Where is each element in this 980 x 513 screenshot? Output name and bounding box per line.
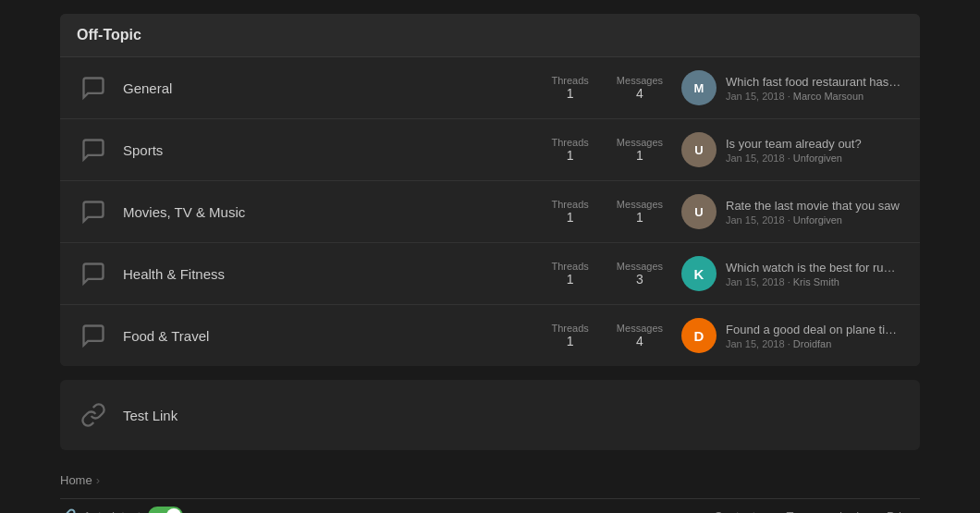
avatar-general: M: [681, 70, 717, 105]
messages-value: 4: [636, 86, 643, 101]
username: Unforgiven: [793, 153, 842, 164]
threads-stat: Threads 1: [552, 323, 589, 348]
threads-value: 1: [567, 210, 574, 225]
threads-label: Threads: [552, 261, 589, 272]
threads-stat: Threads 1: [552, 75, 589, 101]
link-icon: [77, 398, 110, 432]
latest-post-movies: U Rate the last movie that you saw Jan 1…: [681, 194, 903, 229]
footer-links: Contact us Terms and rules Privac: [714, 509, 920, 514]
post-meta: Jan 15, 2018 · Unforgiven: [726, 214, 900, 226]
threads-value: 1: [567, 86, 574, 101]
breadcrumb-home[interactable]: Home: [60, 473, 92, 487]
username: Unforgiven: [793, 214, 842, 226]
messages-stat: Messages 1: [617, 199, 663, 225]
forum-icon-general: [77, 71, 110, 104]
messages-stat: Messages 3: [617, 261, 663, 287]
contact-link[interactable]: Contact us: [714, 509, 771, 514]
post-info-food: Found a good deal on plane tickets ... J…: [726, 323, 901, 349]
post-meta: Jan 15, 2018 · Marco Marsoun: [726, 91, 901, 102]
forum-stats-movies: Threads 1 Messages 1: [552, 199, 664, 225]
forum-icon-health: [77, 257, 110, 290]
forum-name-sports: Sports: [123, 142, 552, 158]
username: Marco Marsoun: [793, 91, 864, 102]
messages-label: Messages: [617, 75, 663, 86]
test-link-row[interactable]: Test Link: [60, 380, 920, 450]
threads-stat: Threads 1: [552, 199, 589, 225]
post-info-health: Which watch is the best for running? Jan…: [726, 261, 901, 287]
threads-value: 1: [567, 148, 574, 163]
autodetect-toggle[interactable]: [148, 507, 183, 513]
forum-row-sports[interactable]: Sports Threads 1 Messages 1 U Is your te…: [60, 119, 920, 181]
latest-post-general: M Which fast food restaurant has the ...…: [681, 70, 903, 105]
test-link-name: Test Link: [123, 408, 178, 423]
forum-icon-sports: [77, 133, 110, 166]
post-meta: Jan 15, 2018 · Unforgiven: [726, 153, 862, 164]
avatar-food: D: [681, 318, 717, 353]
test-link-section: Test Link: [60, 380, 920, 450]
messages-value: 1: [636, 148, 643, 163]
forum-name-health: Health & Fitness: [123, 266, 552, 282]
privacy-link[interactable]: Privac: [887, 509, 920, 514]
forum-stats-health: Threads 1 Messages 3: [552, 261, 664, 287]
threads-label: Threads: [552, 137, 589, 148]
footer-bar: 🔗 Autodetect Contact us Terms and rules …: [60, 498, 920, 513]
messages-value: 4: [636, 334, 643, 348]
messages-stat: Messages 4: [617, 323, 663, 348]
messages-value: 3: [636, 272, 643, 287]
breadcrumb-separator: ›: [96, 473, 100, 487]
threads-label: Threads: [552, 199, 589, 210]
forum-name-general: General: [123, 80, 552, 96]
threads-label: Threads: [552, 75, 589, 86]
threads-stat: Threads 1: [552, 137, 589, 163]
post-title: Which fast food restaurant has the ...: [726, 75, 901, 89]
post-info-sports: Is your team already out? Jan 15, 2018 ·…: [726, 137, 862, 164]
terms-link[interactable]: Terms and rules: [786, 509, 871, 514]
messages-value: 1: [636, 210, 643, 225]
forum-row-movies[interactable]: Movies, TV & Music Threads 1 Messages 1 …: [60, 181, 920, 243]
latest-post-sports: U Is your team already out? Jan 15, 2018…: [681, 132, 903, 167]
forum-icon-movies: [77, 195, 110, 228]
avatar-sports: U: [681, 132, 717, 167]
breadcrumb: Home ›: [60, 464, 920, 495]
forum-stats-food: Threads 1 Messages 4: [552, 323, 664, 348]
autodetect-icon: 🔗: [60, 508, 76, 513]
forum-row-health[interactable]: Health & Fitness Threads 1 Messages 3 K …: [60, 243, 920, 305]
messages-stat: Messages 1: [617, 137, 663, 163]
off-topic-section: Off-Topic General Threads 1 Messages 4 M…: [60, 14, 920, 366]
post-meta: Jan 15, 2018 · Droidfan: [726, 338, 901, 349]
forum-name-movies: Movies, TV & Music: [123, 204, 552, 220]
threads-value: 1: [567, 272, 574, 287]
threads-stat: Threads 1: [552, 261, 589, 287]
post-title: Which watch is the best for running?: [726, 261, 901, 275]
messages-label: Messages: [617, 323, 663, 334]
post-info-movies: Rate the last movie that you saw Jan 15,…: [726, 199, 900, 226]
post-title: Is your team already out?: [726, 137, 862, 151]
messages-label: Messages: [617, 199, 663, 210]
autodetect-group: 🔗 Autodetect: [60, 507, 183, 513]
username: Droidfan: [793, 338, 832, 349]
forum-stats-general: Threads 1 Messages 4: [552, 75, 664, 101]
messages-stat: Messages 4: [617, 75, 663, 101]
latest-post-health: K Which watch is the best for running? J…: [681, 256, 903, 291]
forum-row-general[interactable]: General Threads 1 Messages 4 M Which fas…: [60, 57, 920, 119]
post-meta: Jan 15, 2018 · Kris Smith: [726, 276, 901, 287]
latest-post-food: D Found a good deal on plane tickets ...…: [681, 318, 903, 353]
post-title: Rate the last movie that you saw: [726, 199, 900, 213]
forum-stats-sports: Threads 1 Messages 1: [552, 137, 664, 163]
section-title: Off-Topic: [60, 14, 920, 57]
forum-row-food[interactable]: Food & Travel Threads 1 Messages 4 D Fou…: [60, 305, 920, 366]
username: Kris Smith: [793, 276, 839, 287]
forum-name-food: Food & Travel: [123, 328, 552, 344]
autodetect-label: Autodetect: [83, 509, 141, 514]
threads-value: 1: [567, 334, 574, 348]
threads-label: Threads: [552, 323, 589, 334]
messages-label: Messages: [617, 261, 663, 272]
messages-label: Messages: [617, 137, 663, 148]
post-title: Found a good deal on plane tickets ...: [726, 323, 901, 336]
forum-icon-food: [77, 319, 110, 352]
post-info-general: Which fast food restaurant has the ... J…: [726, 75, 901, 102]
avatar-health: K: [681, 256, 717, 291]
avatar-movies: U: [681, 194, 717, 229]
